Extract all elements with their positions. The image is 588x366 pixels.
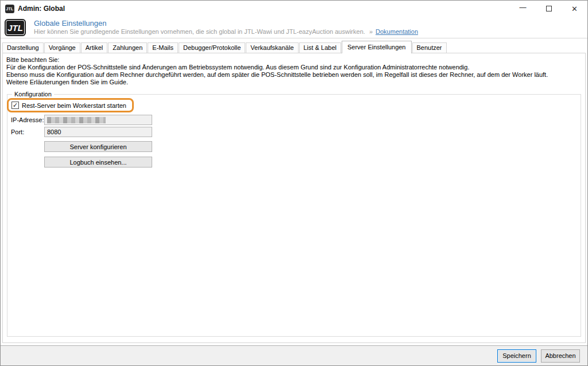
port-label: Port:	[11, 129, 44, 135]
subtitle-text: Hier können Sie grundlegende Einstellung…	[34, 28, 365, 35]
abbrechen-button[interactable]: Abbrechen	[541, 349, 580, 363]
notice-text: Bitte beachten Sie: Für die Konfiguratio…	[6, 56, 582, 86]
logbuch-einsehen-button[interactable]: Logbuch einsehen...	[44, 157, 152, 168]
tab-vorgaenge[interactable]: Vorgänge	[44, 42, 80, 53]
checkbox-highlight-annotation: ✓ Rest-Server beim Workerstart starten	[7, 98, 134, 112]
tab-debugger-protokolle[interactable]: Debugger/Protokolle	[179, 42, 245, 53]
jtl-logo: JTL	[5, 19, 26, 36]
rest-server-checkbox-row[interactable]: ✓ Rest-Server beim Workerstart starten	[11, 102, 126, 109]
notice-line-2: Für die Konfiguration der POS-Schnittste…	[6, 64, 582, 71]
tab-zahlungen[interactable]: Zahlungen	[108, 42, 147, 53]
footer-bar: Speichern Abbrechen	[1, 345, 587, 365]
app-icon: JTL	[5, 5, 14, 13]
maximize-button[interactable]	[536, 1, 562, 17]
link-arrow: »	[369, 28, 373, 35]
admin-global-window: JTL Admin: Global — ✕ JTL Globale Einste…	[0, 0, 588, 366]
groupbox-label: Konfiguration	[12, 91, 54, 98]
server-konfigurieren-button[interactable]: Server konfigurieren	[44, 141, 152, 152]
tab-darstellung[interactable]: Darstellung	[2, 42, 44, 53]
form-rows: IP-Adresse: Port: 8080	[11, 115, 581, 137]
page-title: Globale Einstellungen	[34, 19, 418, 28]
minimize-button[interactable]: —	[510, 1, 536, 17]
tab-verkaufskanaele[interactable]: Verkaufskanäle	[246, 42, 298, 53]
konfiguration-groupbox: Konfiguration ✓ Rest-Server beim Workers…	[7, 94, 581, 337]
ip-address-label: IP-Adresse:	[11, 116, 44, 123]
title-bar: JTL Admin: Global — ✕	[1, 1, 587, 17]
page-subtitle: Hier können Sie grundlegende Einstellung…	[34, 28, 418, 35]
tab-list-label[interactable]: List & Label	[299, 42, 341, 53]
maximize-icon	[546, 6, 552, 11]
notice-line-3: Ebenso muss die Konfiguration auf dem Re…	[6, 71, 582, 79]
speichern-button[interactable]: Speichern	[497, 349, 536, 363]
notice-line-1: Bitte beachten Sie:	[6, 56, 582, 64]
server-settings-pane: Bitte beachten Sie: Für die Konfiguratio…	[2, 53, 586, 343]
tab-strip: Darstellung Vorgänge Artikel Zahlungen E…	[1, 38, 587, 53]
header-texts: Globale Einstellungen Hier können Sie gr…	[34, 18, 418, 35]
notice-line-4: Weitere Erläuterungen finden Sie im Guid…	[6, 79, 582, 86]
tab-server-einstellungen[interactable]: Server Einstellungen	[342, 41, 412, 53]
page-header: JTL Globale Einstellungen Hier können Si…	[1, 17, 587, 38]
close-icon: ✕	[571, 5, 578, 13]
close-button[interactable]: ✕	[562, 1, 587, 17]
window-title: Admin: Global	[18, 5, 65, 13]
tab-artikel[interactable]: Artikel	[81, 42, 108, 53]
minimize-icon: —	[520, 5, 527, 10]
documentation-link[interactable]: Dokumentation	[376, 28, 418, 35]
rest-server-checkbox[interactable]: ✓	[11, 102, 19, 109]
ip-address-field[interactable]	[44, 115, 152, 125]
rest-server-checkbox-label: Rest-Server beim Workerstart starten	[22, 102, 126, 109]
ip-address-row: IP-Adresse:	[11, 115, 581, 125]
port-row: Port: 8080	[11, 127, 581, 137]
port-field[interactable]: 8080	[44, 127, 152, 137]
window-controls: — ✕	[510, 1, 587, 17]
tab-benutzer[interactable]: Benutzer	[412, 42, 447, 53]
tab-emails[interactable]: E-Mails	[148, 42, 178, 53]
port-value: 8080	[47, 129, 61, 135]
ip-address-redacted-value	[47, 117, 106, 123]
